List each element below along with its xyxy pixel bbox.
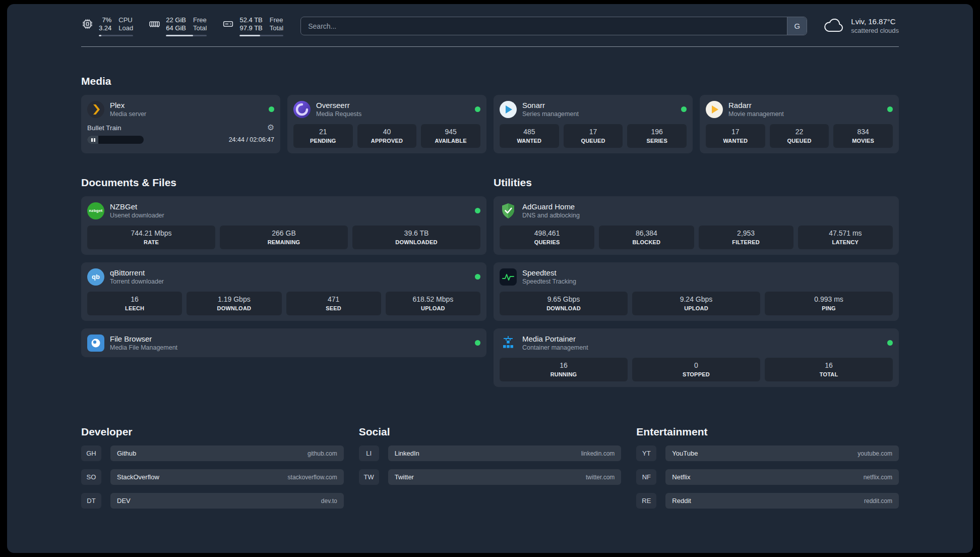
stat-movies: 834MOVIES <box>833 124 893 148</box>
sonarr-icon <box>500 101 517 118</box>
filebrowser-icon <box>87 335 104 352</box>
service-name: File Browser <box>110 334 177 344</box>
stat-upload: 9.24 GbpsUPLOAD <box>632 292 760 315</box>
service-desc: Series management <box>522 110 579 118</box>
top-bar: 7% CPU 3.24 Load 22 GiB Free 64 GiB Tota… <box>81 4 899 36</box>
stat-latency: 47.571 msLATENCY <box>798 226 893 249</box>
bookmark-abbr: YT <box>636 445 656 461</box>
bookmark-reddit[interactable]: RE Reddit reddit.com <box>636 493 899 509</box>
speedtest-icon <box>500 268 517 286</box>
bookmark-group-developer: Developer GH Github github.com SO StackO… <box>81 426 344 517</box>
bookmark-dev[interactable]: DT DEV dev.to <box>81 493 344 509</box>
stat-download: 9.65 GbpsDOWNLOAD <box>500 292 628 315</box>
stat-stopped: 0STOPPED <box>632 358 760 381</box>
service-card-adguard[interactable]: AdGuard Home DNS and adblocking 498,461Q… <box>494 196 899 255</box>
stat-remaining: 266 GBREMAINING <box>220 226 348 249</box>
bookmark-abbr: DT <box>81 493 101 509</box>
bookmark-netflix[interactable]: NF Netflix netflix.com <box>636 469 899 485</box>
topbar-divider <box>81 46 899 47</box>
bookmark-abbr: LI <box>359 445 379 461</box>
cloud-icon <box>822 17 845 35</box>
stat-blocked: 86,384BLOCKED <box>599 226 694 249</box>
bookmark-abbr: GH <box>81 445 101 461</box>
service-card-sonarr[interactable]: Sonarr Series management 485WANTED 17QUE… <box>494 95 693 153</box>
bookmark-domain: reddit.com <box>864 497 892 505</box>
bookmark-youtube[interactable]: YT YouTube youtube.com <box>636 445 899 461</box>
bookmark-group-social: Social LI LinkedIn linkedin.com TW Twitt… <box>359 426 622 493</box>
status-dot <box>475 340 480 346</box>
gear-icon[interactable]: ⚙ <box>267 124 274 132</box>
service-desc: Container management <box>522 344 588 352</box>
adguard-icon <box>500 202 517 219</box>
stat-queries: 498,461QUERIES <box>500 226 594 249</box>
search-provider-button[interactable]: G <box>787 17 807 35</box>
cpu-usage-value: 7% <box>99 16 111 24</box>
bookmark-domain: stackoverflow.com <box>288 474 337 481</box>
section-title-entertainment: Entertainment <box>636 426 899 438</box>
memory-free-label: Free <box>193 16 207 24</box>
service-desc: Usenet downloader <box>110 211 164 219</box>
service-desc: Media server <box>110 110 146 118</box>
pause-icon[interactable] <box>91 138 95 142</box>
bookmark-stackoverflow[interactable]: SO StackOverflow stackoverflow.com <box>81 469 344 485</box>
section-title-social: Social <box>359 426 622 438</box>
disk-progress-bar <box>239 35 283 36</box>
service-card-radarr[interactable]: Radarr Movie management 17WANTED 22QUEUE… <box>700 95 899 153</box>
section-title-utilities: Utilities <box>494 177 899 189</box>
documents-group: Documents & Files nzbget NZBGet Usenet d… <box>81 177 486 365</box>
cpu-widget: 7% CPU 3.24 Load <box>81 16 133 36</box>
bookmark-github[interactable]: GH Github github.com <box>81 445 344 461</box>
status-dot <box>475 274 480 280</box>
service-name: Media Portainer <box>522 334 588 344</box>
search-input[interactable] <box>300 17 807 35</box>
plex-icon <box>87 101 104 118</box>
stat-rate: 744.21 MbpsRATE <box>87 226 215 249</box>
bookmark-name: LinkedIn <box>395 450 419 457</box>
service-card-plex[interactable]: Plex Media server Bullet Train ⚙ 24:44 /… <box>81 95 280 153</box>
media-group: Plex Media server Bullet Train ⚙ 24:44 /… <box>81 95 899 153</box>
stat-ping: 0.993 msPING <box>765 292 893 315</box>
bookmark-name: Twitter <box>395 473 414 481</box>
bookmark-twitter[interactable]: TW Twitter twitter.com <box>359 469 622 485</box>
playback-progress-bar[interactable] <box>87 136 144 144</box>
bookmark-name: YouTube <box>672 450 698 457</box>
cpu-progress-bar <box>99 35 133 36</box>
status-dot <box>887 106 893 112</box>
service-card-nzbget[interactable]: nzbget NZBGet Usenet downloader 744.21 M… <box>81 196 486 255</box>
disk-free-value: 52.4 TB <box>239 16 262 24</box>
service-card-portainer[interactable]: Media Portainer Container management 16R… <box>494 328 899 387</box>
search-bar: G <box>300 17 807 35</box>
stat-leech: 16LEECH <box>87 292 182 315</box>
stat-wanted: 485WANTED <box>500 124 559 148</box>
memory-icon <box>148 18 161 30</box>
service-name: AdGuard Home <box>522 202 580 211</box>
service-card-overseerr[interactable]: Overseerr Media Requests 21PENDING 40APP… <box>287 95 486 153</box>
service-name: Overseerr <box>316 100 361 110</box>
stat-total: 16TOTAL <box>765 358 893 381</box>
disk-free-label: Free <box>270 16 283 24</box>
section-title-media: Media <box>81 75 899 87</box>
stat-available: 945AVAILABLE <box>421 124 480 148</box>
now-playing-title: Bullet Train <box>87 124 121 132</box>
memory-free-value: 22 GiB <box>166 16 186 24</box>
memory-widget: 22 GiB Free 64 GiB Total <box>148 16 207 36</box>
section-title-documents: Documents & Files <box>81 177 486 189</box>
service-card-qbittorrent[interactable]: qb qBittorrent Torrent downloader 16LEEC… <box>81 262 486 321</box>
service-name: qBittorrent <box>110 268 164 277</box>
service-desc: DNS and adblocking <box>522 211 580 219</box>
qbittorrent-icon: qb <box>87 268 104 286</box>
stat-queued: 22QUEUED <box>770 124 829 148</box>
service-card-speedtest[interactable]: Speedtest Speedtest Tracking 9.65 GbpsDO… <box>494 262 899 321</box>
service-card-filebrowser[interactable]: File Browser Media File Management <box>81 328 486 357</box>
cpu-load-value: 3.24 <box>99 24 111 32</box>
cpu-load-label: Load <box>118 24 133 32</box>
status-dot <box>887 340 893 346</box>
portainer-icon <box>500 335 517 352</box>
radarr-icon <box>706 101 723 118</box>
service-desc: Speedtest Tracking <box>522 277 576 286</box>
stat-wanted: 17WANTED <box>706 124 765 148</box>
bookmark-linkedin[interactable]: LI LinkedIn linkedin.com <box>359 445 622 461</box>
bookmark-abbr: TW <box>359 469 379 485</box>
disk-icon <box>222 18 234 30</box>
service-name: Radarr <box>728 100 784 110</box>
